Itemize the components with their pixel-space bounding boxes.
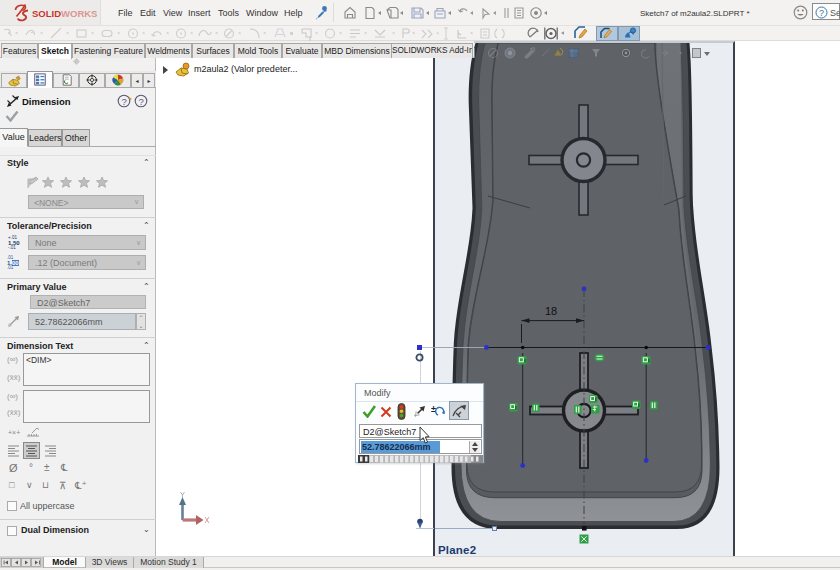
svg-text:?: ? (819, 7, 824, 17)
svg-text:18: 18 (545, 305, 557, 317)
svg-text:?: ? (122, 96, 127, 107)
svg-text:?: ? (139, 96, 144, 107)
